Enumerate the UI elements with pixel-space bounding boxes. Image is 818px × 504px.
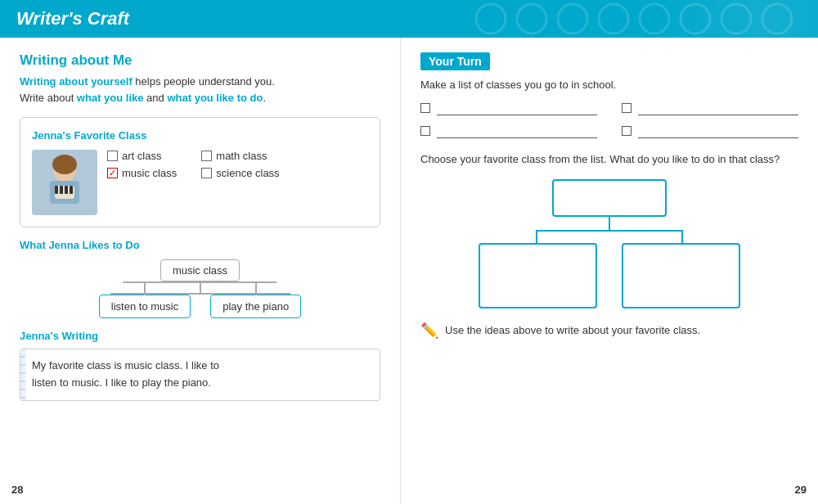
left-panel: Writing about Me Writing about yourself … — [0, 38, 401, 504]
fill-item-1 — [420, 101, 597, 115]
checkbox-music-box: ✓ — [107, 168, 118, 178]
rd-connector-h-row — [479, 230, 740, 243]
fill-checkbox-3 — [420, 126, 430, 136]
diagram-child-piano: play the piano — [210, 295, 301, 318]
jennas-class-card: Jenna's Favorite Class — [20, 117, 380, 227]
fill-line-4[interactable] — [638, 124, 798, 138]
checkbox-math-class: math class — [201, 150, 279, 162]
likes-title: What Jenna Likes to Do — [20, 239, 380, 251]
writing-text: My favorite class is music class. I like… — [32, 359, 219, 389]
checkbox-science-label: science class — [216, 167, 279, 179]
diagram-top-row: music class — [160, 259, 240, 281]
intro-highlight-like: what you like — [77, 92, 144, 104]
checkbox-math-label: math class — [216, 150, 267, 162]
svg-point-16 — [52, 155, 77, 174]
svg-point-0 — [476, 4, 506, 34]
checkbox-music-label: music class — [122, 167, 177, 179]
svg-rect-15 — [70, 186, 73, 194]
fill-item-4 — [622, 124, 798, 138]
choose-text: Choose your favorite class from the list… — [420, 151, 798, 168]
svg-point-6 — [721, 4, 751, 34]
checkbox-science-class: science class — [201, 167, 279, 179]
section-title: Writing about Me — [20, 52, 380, 69]
rd-bottom-left-box[interactable] — [479, 243, 597, 308]
intro-paragraph: Writing about yourself helps people unde… — [20, 74, 380, 106]
fill-in-grid — [420, 101, 798, 138]
svg-rect-12 — [55, 186, 58, 194]
fill-item-3 — [420, 124, 597, 138]
rd-bottom-row — [479, 243, 740, 308]
svg-point-2 — [558, 4, 587, 34]
right-panel: Your Turn Make a list of classes you go … — [401, 38, 818, 504]
rd-left-branch — [536, 230, 537, 243]
pencil-icon: ✏️ — [420, 322, 438, 340]
fill-checkbox-1 — [420, 103, 430, 113]
card-title: Jenna's Favorite Class — [32, 129, 368, 142]
checkbox-music-class: ✓ music class — [107, 167, 185, 179]
student-photo — [32, 150, 97, 215]
page-header: Writer's Craft — [0, 0, 818, 38]
checkbox-math-box — [201, 151, 212, 161]
writing-section: Jenna's Writing My favorite class is mus… — [20, 330, 380, 401]
page-number-left: 28 — [11, 484, 23, 496]
header-decoration — [474, 0, 802, 38]
pencil-label: Use the ideas above to write about your … — [445, 324, 700, 336]
rd-top-box[interactable] — [552, 179, 667, 217]
writing-box: My favorite class is music class. I like… — [20, 349, 380, 401]
intro-highlight-do: what you like to do — [167, 92, 263, 104]
checkbox-science-box — [201, 168, 212, 178]
intro-highlight-you: Writing about yourself — [20, 75, 133, 88]
svg-rect-14 — [65, 186, 68, 194]
diagram-top-node: music class — [160, 259, 240, 281]
checkbox-art-box — [107, 151, 118, 161]
svg-point-4 — [640, 4, 669, 34]
instruction-text: Make a list of classes you go to in scho… — [420, 79, 798, 91]
svg-point-7 — [762, 4, 792, 34]
your-turn-badge: Your Turn — [420, 52, 490, 70]
rd-connector-v-top — [609, 217, 610, 230]
fill-item-2 — [622, 101, 798, 115]
svg-point-1 — [517, 4, 546, 34]
likes-diagram: music class listen to music play the pia… — [20, 259, 380, 318]
checkbox-list: art class math class ✓ music class scien… — [107, 150, 280, 179]
writing-title: Jenna's Writing — [20, 330, 380, 342]
page-title: Writer's Craft — [16, 8, 129, 29]
right-diagram — [420, 179, 798, 308]
connector-v-center — [200, 281, 201, 293]
page-number-right: 29 — [795, 484, 807, 496]
svg-point-5 — [681, 4, 710, 34]
fill-line-1[interactable] — [437, 101, 597, 115]
svg-rect-13 — [60, 186, 63, 194]
fill-checkbox-4 — [622, 126, 631, 136]
likes-section: What Jenna Likes to Do music class liste… — [20, 239, 380, 318]
svg-point-3 — [599, 4, 628, 34]
diagram-child-listen: listen to music — [99, 295, 191, 318]
fill-checkbox-2 — [622, 103, 631, 113]
rd-top-row — [552, 179, 667, 217]
rd-right-branch — [681, 230, 683, 243]
fill-line-2[interactable] — [638, 101, 798, 115]
rd-bottom-right-box[interactable] — [622, 243, 740, 308]
checkbox-art-label: art class — [122, 150, 161, 162]
diagram-bottom-row: listen to music play the piano — [99, 295, 301, 318]
checkbox-art-class: art class — [107, 150, 185, 162]
fill-line-3[interactable] — [437, 124, 597, 138]
main-content: Writing about Me Writing about yourself … — [0, 38, 818, 504]
pencil-row: ✏️ Use the ideas above to write about yo… — [420, 322, 798, 340]
card-inner: art class math class ✓ music class scien… — [32, 150, 368, 215]
